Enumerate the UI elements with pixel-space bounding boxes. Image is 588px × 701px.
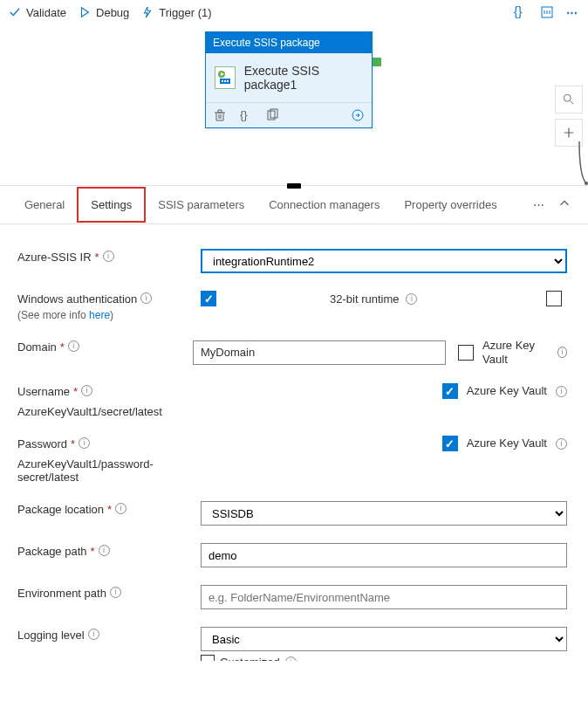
- collapse-pane-icon[interactable]: [553, 197, 576, 212]
- info-icon[interactable]: i: [556, 438, 567, 450]
- code-icon[interactable]: [540, 5, 554, 19]
- logging-level-select[interactable]: Basic: [201, 627, 567, 651]
- row-domain: Domain*i Azure Key Vault i: [17, 328, 567, 373]
- row-package-location: Package location*i SSISDB: [17, 491, 567, 533]
- tab-property-overrides[interactable]: Property overrides: [392, 189, 509, 221]
- tab-overflow-icon[interactable]: ⋯: [524, 198, 553, 211]
- trigger-button[interactable]: Trigger (1): [141, 6, 211, 19]
- username-akv-label: Azure Key Vault: [467, 384, 547, 398]
- azure-ssis-ir-select[interactable]: integrationRuntime2: [201, 249, 567, 273]
- tab-settings[interactable]: Settings: [77, 187, 146, 223]
- arrow-right-icon[interactable]: [351, 108, 365, 122]
- canvas-side-tools: [555, 86, 583, 147]
- toolbar: Validate Debug Trigger (1) {} ⋯: [0, 0, 588, 24]
- win-auth-link[interactable]: here: [89, 309, 110, 321]
- delete-icon[interactable]: [213, 108, 227, 122]
- label-password: Password*i AzureKeyVault1/password-secre…: [17, 436, 201, 484]
- activity-node[interactable]: Execute SSIS package Execute SSIS packag…: [205, 31, 373, 128]
- row-win-auth: Windows authenticationi (See more info h…: [17, 280, 567, 328]
- more-icon[interactable]: ⋯: [566, 6, 579, 19]
- label-package-path: Package path*i: [17, 543, 201, 558]
- search-icon: [563, 93, 575, 106]
- row-azure-ssis-ir: Azure-SSIS IR*i integrationRuntime2: [17, 238, 567, 280]
- label-env-path: Environment pathi: [17, 585, 201, 600]
- domain-akv-label: Azure Key Vault: [482, 339, 549, 366]
- settings-pane: Azure-SSIS IR*i integrationRuntime2 Wind…: [0, 224, 588, 661]
- info-icon[interactable]: i: [68, 340, 79, 352]
- password-akv-checkbox[interactable]: [442, 436, 458, 451]
- info-icon[interactable]: i: [88, 629, 99, 640]
- activity-footer: {}: [206, 102, 372, 127]
- checkmark-icon: [9, 6, 21, 18]
- copy-icon[interactable]: [265, 108, 279, 122]
- resize-grip[interactable]: [287, 183, 301, 189]
- plus-icon: [563, 127, 575, 139]
- password-value: AzureKeyVault1/password-secret/latest: [17, 454, 201, 484]
- win-auth-checkbox[interactable]: [201, 291, 216, 306]
- debug-label: Debug: [96, 6, 129, 19]
- svg-rect-5: [224, 80, 226, 82]
- svg-rect-6: [227, 80, 229, 82]
- info-icon[interactable]: i: [103, 251, 114, 262]
- info-icon[interactable]: i: [110, 587, 121, 598]
- domain-input[interactable]: [193, 340, 446, 365]
- validate-label: Validate: [26, 6, 66, 19]
- row-package-path: Package path*i: [17, 533, 567, 574]
- win-auth-sublabel: (See more info here): [17, 309, 201, 321]
- svg-point-12: [585, 182, 588, 185]
- row-logging-level: Logging leveli Basic Customized i: [17, 616, 567, 661]
- tab-ssis-parameters[interactable]: SSIS parameters: [146, 189, 256, 221]
- label-logging-level: Logging leveli: [17, 627, 201, 642]
- username-value: AzureKeyVault1/secret/latest: [17, 402, 201, 418]
- braces-icon[interactable]: {}: [239, 108, 253, 122]
- label-domain: Domain*i: [17, 339, 193, 354]
- row-username: Username*i AzureKeyVault1/secret/latest …: [17, 373, 567, 425]
- label-win-auth: Windows authenticationi (See more info h…: [17, 291, 201, 321]
- debug-button[interactable]: Debug: [79, 6, 129, 19]
- tabs: General Settings SSIS parameters Connect…: [0, 186, 588, 224]
- activity-name: Execute SSIS package1: [244, 64, 363, 92]
- activity-header: Execute SSIS package: [206, 32, 372, 53]
- scroll-curve: [571, 141, 588, 185]
- info-icon[interactable]: i: [557, 347, 567, 358]
- info-icon[interactable]: i: [556, 386, 567, 397]
- tab-general[interactable]: General: [12, 189, 77, 221]
- label-azure-ssis-ir: Azure-SSIS IR*i: [17, 249, 201, 264]
- tab-connection-managers[interactable]: Connection managers: [256, 189, 392, 221]
- svg-text:{}: {}: [240, 108, 248, 121]
- svg-text:{}: {}: [514, 5, 523, 18]
- bolt-icon: [141, 6, 154, 18]
- info-icon[interactable]: i: [285, 656, 297, 661]
- braces-icon[interactable]: {}: [514, 5, 528, 19]
- label-32bit: 32-bit runtime: [330, 292, 399, 306]
- package-location-select[interactable]: SSISDB: [201, 501, 567, 526]
- svg-point-11: [564, 94, 571, 101]
- row-password: Password*i AzureKeyVault1/password-secre…: [17, 425, 567, 491]
- validate-button[interactable]: Validate: [9, 6, 66, 19]
- ssis-icon: [215, 66, 236, 89]
- customized-checkbox[interactable]: [201, 655, 215, 661]
- info-icon[interactable]: i: [99, 545, 110, 556]
- password-akv-label: Azure Key Vault: [467, 436, 547, 450]
- info-icon[interactable]: i: [406, 293, 417, 305]
- trigger-label: Trigger (1): [159, 6, 211, 19]
- customized-label: Customized: [220, 656, 280, 661]
- label-username: Username*i AzureKeyVault1/secret/latest: [17, 383, 201, 418]
- info-icon[interactable]: i: [115, 503, 126, 514]
- row-env-path: Environment pathi: [17, 574, 567, 616]
- search-tool[interactable]: [555, 86, 583, 113]
- env-path-input[interactable]: [201, 585, 567, 609]
- info-icon[interactable]: i: [79, 437, 90, 449]
- package-path-input[interactable]: [201, 543, 567, 567]
- success-connector[interactable]: [373, 58, 381, 66]
- label-package-location: Package location*i: [17, 501, 201, 516]
- info-icon[interactable]: i: [140, 292, 152, 304]
- activity-body: Execute SSIS package1: [206, 53, 372, 102]
- designer-canvas[interactable]: Execute SSIS package Execute SSIS packag…: [0, 24, 588, 186]
- svg-rect-4: [222, 80, 223, 82]
- username-akv-checkbox[interactable]: [442, 383, 458, 399]
- play-icon: [79, 6, 91, 18]
- 32bit-checkbox[interactable]: [546, 291, 562, 306]
- info-icon[interactable]: i: [81, 385, 92, 396]
- domain-akv-checkbox[interactable]: [458, 345, 474, 361]
